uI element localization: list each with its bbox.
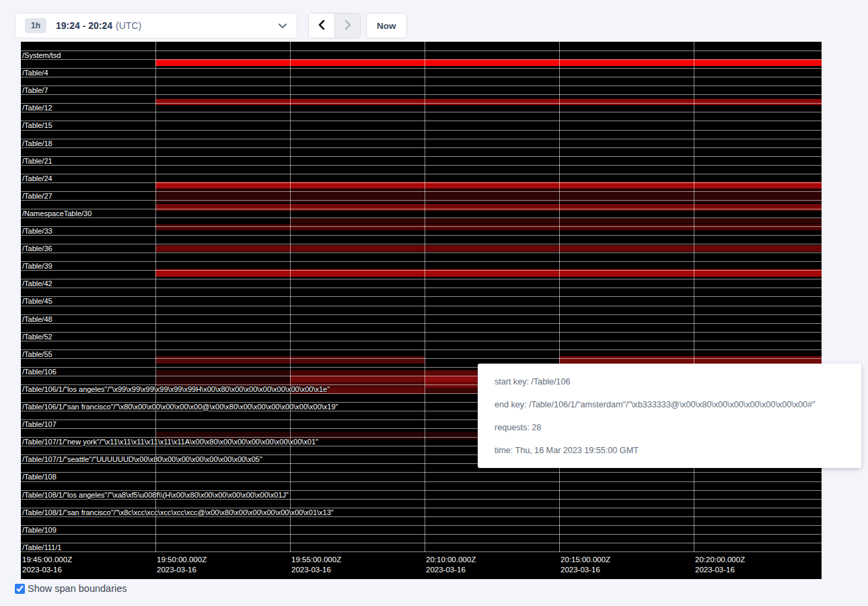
row-label: /Table/52 [22, 333, 52, 341]
span-boundary-line [21, 551, 822, 552]
span-boundary-line [21, 94, 822, 95]
span-boundary-line [21, 341, 822, 341]
x-axis-tick-date: 2023-03-16 [695, 565, 745, 575]
heat-band[interactable] [290, 376, 425, 382]
time-bucket-line [694, 42, 694, 552]
span-boundary-line [21, 288, 822, 288]
time-bucket-line [425, 42, 425, 552]
x-axis-tick-time: 19:45:00.000Z [22, 555, 72, 565]
time-range-timezone: (UTC) [116, 20, 141, 31]
row-label: /Table/36 [22, 245, 52, 252]
span-boundary-line [21, 314, 822, 315]
time-nav [308, 13, 361, 38]
span-boundary-line [21, 174, 822, 174]
row-label: /Table/106/1/"san francisco"/"\x80\x00\x… [22, 403, 338, 411]
heat-band[interactable] [155, 99, 822, 105]
x-axis-tick-time: 20:20:00.000Z [695, 555, 745, 565]
row-label: /Table/33 [22, 228, 52, 235]
now-button[interactable]: Now [366, 13, 407, 38]
row-label: /Table/107/1/"new york"/"\x11\x11\x11\x1… [22, 438, 318, 446]
heat-band[interactable] [155, 224, 822, 230]
span-boundary-line [21, 68, 822, 69]
span-boundary-line [21, 358, 822, 359]
span-boundary-line [21, 165, 822, 166]
heat-band[interactable] [155, 59, 822, 66]
heat-band[interactable] [559, 356, 822, 364]
span-boundary-line [21, 226, 822, 227]
row-label: /Table/24 [22, 175, 52, 182]
span-boundary-line [21, 130, 822, 131]
span-boundary-line [21, 472, 822, 473]
span-boundary-line [21, 147, 822, 148]
time-range-selector[interactable]: 1h 19:24 - 20:24 (UTC) [15, 13, 297, 38]
row-label: /Table/27 [22, 193, 52, 200]
chevron-left-icon [318, 20, 326, 32]
chevron-right-icon [344, 20, 352, 32]
heat-band[interactable] [155, 370, 290, 376]
next-time-button[interactable] [334, 13, 360, 38]
key-visualizer-page: 1h 19:24 - 20:24 (UTC) Now /System/tsd/T… [0, 0, 868, 606]
x-axis-tick-date: 2023-03-16 [22, 565, 72, 575]
span-boundary-line [21, 156, 822, 157]
span-boundary-line [21, 244, 822, 244]
row-label: /Table/15 [22, 122, 52, 129]
span-boundary-line [21, 209, 822, 209]
span-boundary-line [21, 200, 822, 201]
span-boundary-line [21, 296, 822, 297]
span-boundary-line [21, 481, 822, 482]
heat-band[interactable] [155, 245, 822, 252]
show-span-boundaries-checkbox[interactable] [15, 584, 25, 594]
tooltip-time: time: Thu, 16 Mar 2023 19:55:00 GMT [495, 445, 844, 455]
x-axis-tick-date: 2023-03-16 [157, 565, 207, 575]
x-axis-tick: 20:15:00.000Z2023-03-16 [560, 555, 610, 575]
show-span-boundaries-control: Show span boundaries [15, 583, 127, 594]
heat-band[interactable] [155, 204, 822, 211]
x-axis-tick: 19:45:00.000Z2023-03-16 [22, 555, 72, 575]
heat-band[interactable] [155, 376, 290, 382]
x-axis-tick: 19:50:00.000Z2023-03-16 [157, 555, 207, 575]
heat-band[interactable] [290, 370, 425, 376]
span-boundary-line [21, 59, 822, 60]
span-boundary-line [21, 182, 822, 183]
x-axis-tick: 19:55:00.000Z2023-03-16 [291, 555, 341, 575]
span-boundary-line [21, 261, 822, 262]
row-label: /Table/45 [22, 298, 52, 305]
chevron-down-icon [278, 23, 287, 29]
time-bucket-line [155, 42, 156, 552]
span-boundary-line [21, 235, 822, 236]
row-label: /Table/109 [22, 527, 57, 534]
span-boundary-line [21, 543, 822, 543]
tooltip-end-key: end key: /Table/106/1/"amsterdam"/"\xb33… [495, 399, 844, 409]
span-boundary-line [21, 534, 822, 535]
row-label: /Table/111/1 [22, 544, 61, 551]
row-label: /Table/7 [22, 87, 48, 94]
span-boundary-line [21, 112, 822, 112]
span-boundary-line [21, 306, 822, 306]
row-label: /Table/108 [22, 473, 57, 481]
heat-band[interactable] [425, 376, 478, 382]
row-label: /Table/4 [22, 69, 48, 77]
hover-tooltip: start key: /Table/106 end key: /Table/10… [478, 364, 861, 468]
time-range-duration-badge: 1h [25, 18, 46, 33]
tooltip-start-key: start key: /Table/106 [495, 376, 844, 386]
span-boundary-line [21, 525, 822, 526]
span-boundary-line [21, 139, 822, 139]
span-boundary-line [21, 217, 822, 218]
row-label: /NamespaceTable/30 [22, 210, 92, 217]
heat-band[interactable] [425, 370, 478, 376]
prev-time-button[interactable] [309, 13, 334, 38]
row-label: /Table/106/1/"los angeles"/"\x99\x99\x99… [22, 386, 330, 393]
row-label: /Table/12 [22, 104, 52, 112]
keyspace-heatmap[interactable]: /System/tsd/Table/4/Table/7/Table/12/Tab… [21, 42, 822, 579]
row-label: /Table/106 [22, 368, 57, 376]
span-boundary-line [21, 323, 822, 324]
time-bucket-line [290, 42, 291, 552]
time-range-text: 19:24 - 20:24 [56, 20, 112, 31]
heat-band[interactable] [290, 218, 822, 224]
x-axis-tick: 20:20:00.000Z2023-03-16 [695, 555, 745, 575]
span-boundary-line [21, 349, 822, 350]
row-label: /Table/55 [22, 351, 52, 358]
row-label: /Table/48 [22, 316, 52, 323]
row-label: /Table/108/1/"san francisco"/"\x8c\xcc\x… [22, 509, 334, 516]
span-boundary-line [21, 103, 822, 104]
